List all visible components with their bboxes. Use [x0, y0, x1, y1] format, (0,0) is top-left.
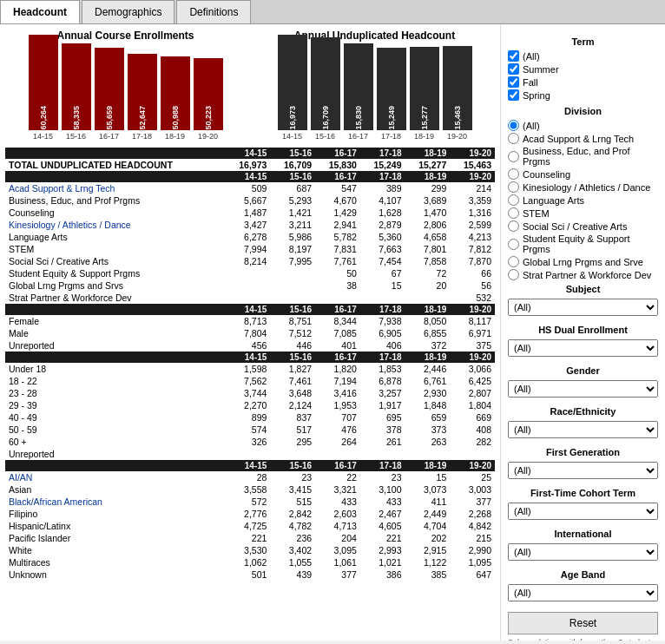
- radio-all-input[interactable]: [508, 120, 519, 131]
- checkbox-all-label: (All): [523, 51, 540, 62]
- enrollments-bars: 60,264 14-15 58,335 15-16 55,659: [5, 45, 246, 141]
- checkbox-spring-label: Spring: [523, 90, 550, 101]
- radio-all-label: (All): [523, 121, 540, 131]
- first-gen-select[interactable]: (All): [508, 462, 658, 479]
- checkbox-summer-label: Summer: [523, 64, 559, 75]
- tab-headcount[interactable]: Headcount: [0, 0, 80, 23]
- radio-social[interactable]: Social Sci / Creative Arts: [508, 220, 658, 232]
- bar-18-19-right: 15,277: [410, 47, 439, 130]
- table-row: STEM 7,994 8,197 7,831 7,663 7,801 7,812: [5, 243, 495, 255]
- checkbox-summer-input[interactable]: [508, 63, 519, 75]
- bar-wrap-2: 55,659 16-17: [95, 48, 124, 141]
- checkbox-fall[interactable]: Fall: [508, 76, 658, 88]
- radio-student-equity[interactable]: Student Equity & Support Prgms: [508, 233, 658, 254]
- tab-definitions[interactable]: Definitions: [176, 0, 251, 23]
- radio-counseling[interactable]: Counseling: [508, 168, 658, 180]
- radio-counseling-input[interactable]: [508, 168, 519, 180]
- bar-15-16-right: 16,709: [311, 37, 340, 130]
- subject-label: Subject: [508, 284, 658, 294]
- radio-social-label: Social Sci / Creative Arts: [523, 221, 627, 232]
- subject-select[interactable]: (All): [508, 299, 658, 316]
- radio-acad-label: Acad Support & Lrng Tech: [523, 134, 634, 144]
- bar-wrap-1: 58,335 15-16: [62, 43, 91, 141]
- radio-language-input[interactable]: [508, 194, 519, 206]
- bar-16-17-right: 15,830: [344, 43, 373, 130]
- bar-wrap-r4: 15,277 18-19: [410, 47, 439, 141]
- first-time-select[interactable]: (All): [508, 503, 658, 520]
- bar-wrap-0: 60,264 14-15: [29, 35, 58, 141]
- table-row: Unknown 501 439 377 386 385 647: [5, 568, 495, 581]
- radio-student-equity-label: Student Equity & Support Prgms: [523, 233, 658, 254]
- radio-student-equity-input[interactable]: [508, 239, 519, 250]
- age-band-select[interactable]: (All): [508, 584, 658, 601]
- radio-stem-label: STEM: [523, 208, 550, 219]
- total-row: TOTAL UNDUPLICATED HEADCOUNT 16,973 16,7…: [5, 159, 495, 171]
- radio-global[interactable]: Global Lrng Prgms and Srve: [508, 256, 658, 267]
- enrollments-chart: Annual Course Enrollments 60,264 14-15 5…: [5, 30, 246, 141]
- bar-wrap-r2: 15,830 16-17: [344, 43, 373, 141]
- headcount-chart: Annual Unduplicated Headcount 16,973 14-…: [254, 30, 495, 141]
- radio-business-input[interactable]: [508, 151, 519, 162]
- hs-dual-select[interactable]: (All): [508, 339, 658, 357]
- checkbox-all-input[interactable]: [508, 50, 519, 62]
- radio-business[interactable]: Business, Educ, and Prof Prgms: [508, 146, 658, 167]
- table-row: Male 7,804 7,512 7,085 6,905 6,855 6,971: [5, 327, 495, 339]
- tab-demographics[interactable]: Demographics: [82, 0, 174, 23]
- table-row: 23 - 28 3,744 3,648 3,416 3,257 2,930 2,…: [5, 387, 495, 399]
- bar-wrap-5: 50,223 19-20: [194, 58, 223, 141]
- term-title: Term: [508, 36, 658, 47]
- table-row: 40 - 49 899 837 707 695 659 669: [5, 411, 495, 424]
- international-select[interactable]: (All): [508, 543, 658, 561]
- table-row: 29 - 39 2,270 2,124 1,953 1,917 1,848 1,…: [5, 399, 495, 411]
- left-panel: Annual Course Enrollments 60,264 14-15 5…: [0, 24, 500, 641]
- bar-16-17-left: 55,659: [95, 48, 124, 130]
- gender-label: Gender: [508, 365, 658, 376]
- checkbox-summer[interactable]: Summer: [508, 63, 658, 75]
- radio-stem-input[interactable]: [508, 207, 519, 219]
- radio-global-label: Global Lrng Prgms and Srve: [523, 257, 643, 267]
- total-header-row: 14-15 15-16 16-17 17-18 18-19 19-20: [5, 148, 495, 159]
- table-row: Student Equity & Support Prgms 50 67 72 …: [5, 267, 495, 279]
- checkbox-spring[interactable]: Spring: [508, 89, 658, 101]
- table-row: 60 + 326 295 264 261 263 282: [5, 436, 495, 448]
- reset-button[interactable]: Reset: [508, 612, 658, 634]
- table-row: Hispanic/Latinx 4,725 4,782 4,713 4,605 …: [5, 520, 495, 532]
- checkbox-fall-input[interactable]: [508, 76, 519, 88]
- table-row: White 3,530 3,402 3,095 2,993 2,915 2,99…: [5, 544, 495, 556]
- radio-kinesiology[interactable]: Kinesiology / Athletics / Dance: [508, 181, 658, 193]
- first-gen-label: First Generation: [508, 447, 658, 457]
- table-row: Business, Educ, and Prof Prgms 5,667 5,2…: [5, 194, 495, 207]
- table-row: Under 18 1,598 1,827 1,820 1,853 2,446 3…: [5, 363, 495, 375]
- division-title: Division: [508, 106, 658, 116]
- bar-wrap-3: 52,647 17-18: [128, 54, 157, 141]
- radio-stem[interactable]: STEM: [508, 207, 658, 219]
- table-row: AI/AN 28 23 22 23 15 25: [5, 471, 495, 483]
- checkbox-all[interactable]: (All): [508, 50, 658, 62]
- table-row: Language Arts 6,278 5,986 5,782 5,360 4,…: [5, 231, 495, 243]
- radio-strat[interactable]: Strat Partner & Workforce Dev: [508, 269, 658, 280]
- radio-global-input[interactable]: [508, 256, 519, 267]
- radio-social-input[interactable]: [508, 220, 519, 232]
- radio-all[interactable]: (All): [508, 120, 658, 131]
- radio-strat-input[interactable]: [508, 269, 519, 280]
- table-row: Unreported: [5, 448, 495, 460]
- right-panel: Term (All) Summer Fall Spring Division (…: [500, 24, 665, 641]
- radio-acad-input[interactable]: [508, 133, 519, 144]
- radio-strat-label: Strat Partner & Workforce Dev: [523, 270, 651, 280]
- table-row: Acad Support & Lrng Tech 509 687 547 389…: [5, 182, 495, 194]
- radio-counseling-label: Counseling: [523, 169, 570, 180]
- race-header-row: 14-15 15-16 16-17 17-18 18-19 19-20: [5, 460, 495, 471]
- checkbox-fall-label: Fall: [523, 77, 538, 88]
- table-row: Black/African American 572 515 433 433 4…: [5, 496, 495, 508]
- checkbox-spring-input[interactable]: [508, 89, 519, 101]
- division-header-row: 14-15 15-16 16-17 17-18 18-19 19-20: [5, 171, 495, 182]
- table-row: 50 - 59 574 517 476 378 373 408: [5, 424, 495, 436]
- gender-select[interactable]: (All): [508, 380, 658, 398]
- age-band-label: Age Band: [508, 569, 658, 580]
- radio-business-label: Business, Educ, and Prof Prgms: [523, 146, 658, 167]
- radio-kinesiology-input[interactable]: [508, 181, 519, 193]
- race-select[interactable]: (All): [508, 421, 658, 438]
- radio-acad[interactable]: Acad Support & Lrng Tech: [508, 133, 658, 144]
- radio-language[interactable]: Language Arts: [508, 194, 658, 206]
- table-row: Kinesiology / Athletics / Dance 3,427 3,…: [5, 219, 495, 231]
